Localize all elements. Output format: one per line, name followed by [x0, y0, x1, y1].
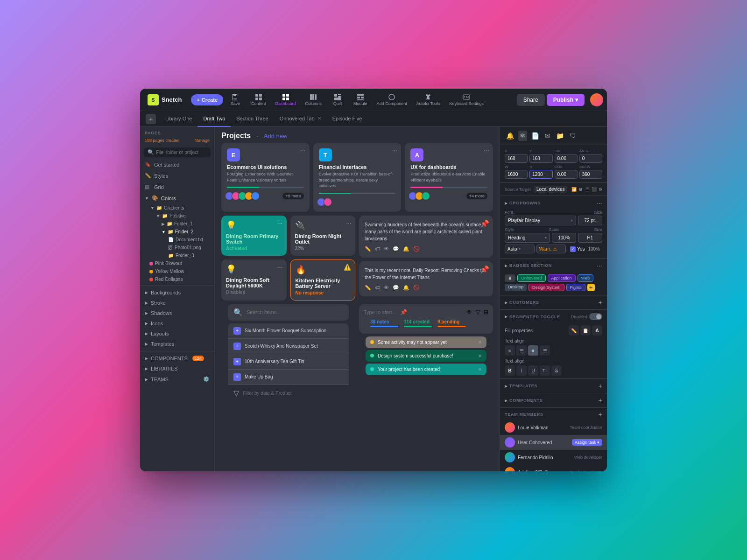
red-collapse-color[interactable]: Red Collapse	[145, 275, 214, 283]
bell-icon[interactable]: 🔔	[403, 285, 409, 291]
sin-input[interactable]	[555, 154, 578, 163]
yellow-mellow-color[interactable]: Yellow Mellow	[145, 267, 214, 275]
quilt-button[interactable]: Quilt	[327, 91, 348, 108]
layers-icon[interactable]: ⚛	[518, 131, 527, 141]
list-item[interactable]: + Make Up Bag	[228, 370, 349, 385]
card-menu-button[interactable]: ···	[277, 263, 283, 271]
list-item[interactable]: + 10th Anniversary Tea Gift Tin	[228, 354, 349, 370]
badge-design-system[interactable]: Design System	[529, 284, 564, 291]
eye-icon[interactable]: 👁	[384, 246, 389, 252]
folder3-item[interactable]: 📁 Folder_3	[163, 252, 214, 259]
search-row[interactable]: 🔍	[228, 304, 349, 321]
checked-field[interactable]: ✓ Yes 100%	[568, 245, 602, 253]
assign-task-button[interactable]: Assign task ▾	[572, 439, 602, 446]
close-notification-button[interactable]: ✕	[478, 353, 482, 358]
badge-figma[interactable]: Figma	[566, 284, 585, 291]
comment-icon[interactable]: 💬	[393, 246, 399, 252]
sidebar-item-components[interactable]: ▶ COMPONENTS 124	[140, 353, 214, 364]
font-size-field[interactable]: 72 pt.	[578, 216, 602, 225]
add-component-panel-button[interactable]: +	[599, 397, 602, 404]
settings-icon[interactable]: ⚙️	[203, 376, 210, 382]
save-button[interactable]: Save	[225, 91, 246, 108]
share-button[interactable]: Share	[517, 94, 545, 106]
sidebar-item-grid[interactable]: ▦ Grid	[140, 182, 214, 193]
customers-section-header[interactable]: ▶ CUSTOMERS +	[500, 295, 607, 309]
badge-application[interactable]: Application	[548, 274, 576, 282]
add-tab-button[interactable]: +	[146, 114, 156, 124]
close-tab-icon[interactable]: ✕	[317, 116, 321, 121]
badge-desktop[interactable]: Desktop	[505, 284, 527, 291]
edit-icon[interactable]: ✏️	[365, 285, 371, 291]
user-avatar[interactable]	[590, 93, 603, 106]
eye-icon[interactable]: 👁	[384, 285, 389, 291]
edit-icon-btn[interactable]: ✏️	[569, 325, 579, 336]
more-tag-0[interactable]: +8 more	[282, 193, 303, 199]
cos-input[interactable]	[555, 170, 578, 179]
toggle-switch[interactable]	[589, 313, 602, 320]
tag-icon[interactable]: 🏷	[375, 285, 380, 291]
badge-screen[interactable]: 🖥	[505, 274, 515, 282]
bell-icon[interactable]: 🔔	[403, 246, 409, 252]
sidebar-item-templates[interactable]: ▶ Templates	[140, 339, 214, 349]
text-icon-btn[interactable]: A	[592, 325, 602, 336]
list-item[interactable]: + Six Month Flower Bouquet Subscription	[228, 323, 349, 339]
tab-episode-five[interactable]: Episode Five	[327, 111, 368, 127]
mail-icon[interactable]: ✉	[543, 131, 552, 141]
strikethrough-button[interactable]: S	[551, 365, 562, 376]
folder1-item[interactable]: ▶ 📁 Folder_1	[157, 220, 214, 228]
align-center-btn[interactable]: ☰	[516, 345, 527, 356]
scale-field[interactable]: 100%	[552, 233, 576, 243]
add-new-button[interactable]: Add new	[264, 133, 288, 140]
badges-section-header[interactable]: ▶ BADGES SECTION ···	[500, 259, 607, 273]
bell-icon[interactable]: 🔔	[505, 131, 515, 141]
italic-button[interactable]: I	[516, 365, 527, 376]
more-tag-2[interactable]: +4 more	[466, 193, 487, 199]
skew-input[interactable]	[579, 170, 602, 179]
sidebar-item-styles[interactable]: ✏️ Styles	[140, 170, 214, 182]
add-template-button[interactable]: +	[599, 382, 602, 390]
tablet-icon[interactable]: ⬛	[592, 187, 597, 192]
list-item[interactable]: + Scotch Whisky And Newspaper Set	[228, 339, 349, 354]
phone-icon[interactable]: 📱	[585, 187, 590, 192]
y-input[interactable]	[529, 154, 552, 163]
sidebar-item-stroke[interactable]: ▶ Stroke	[140, 298, 214, 308]
badge-web[interactable]: Web	[578, 274, 593, 282]
angle-input[interactable]	[579, 154, 602, 163]
folder2-item[interactable]: ▼ 📁 Folder_2	[157, 228, 214, 236]
style-dropdown[interactable]: Heading ▾	[505, 233, 550, 243]
columns-button[interactable]: Columns	[302, 91, 326, 108]
manage-link[interactable]: Manage	[194, 138, 210, 143]
mode-dropdown[interactable]: Auto ▾	[505, 245, 535, 253]
autofix-button[interactable]: Autofix Tools	[413, 91, 444, 108]
templates-section-header[interactable]: ▶ TEMPLATES +	[500, 379, 607, 393]
content-button[interactable]: Content	[247, 91, 270, 108]
close-notification-button[interactable]: ✕	[478, 367, 482, 372]
photo-file[interactable]: 🖼 Photo01.png	[163, 244, 214, 252]
copy-icon-btn[interactable]: 📋	[580, 325, 591, 336]
add-member-button[interactable]: +	[599, 411, 602, 418]
wifi-icon[interactable]: 📶	[571, 187, 577, 192]
sidebar-search[interactable]: 🔍	[144, 147, 211, 157]
publish-button[interactable]: Publish ▾	[547, 94, 585, 106]
settings-icon[interactable]: ⚙	[599, 187, 602, 192]
align-right-btn[interactable]: ≡	[528, 345, 538, 356]
create-button[interactable]: + Create	[191, 94, 223, 105]
card-menu-button[interactable]: ···	[346, 219, 352, 227]
tag-icon[interactable]: 🏷	[375, 246, 380, 252]
superscript-button[interactable]: T↑	[540, 365, 550, 376]
status-dropdown[interactable]: Warn. ⚠	[536, 245, 566, 253]
hide-icon[interactable]: 🚫	[413, 285, 420, 291]
bold-button[interactable]: B	[505, 365, 515, 376]
card-menu-button[interactable]: ···	[484, 147, 489, 154]
sidebar-item-shadows[interactable]: ▶ Shadows	[140, 308, 214, 318]
pink-blowout-color[interactable]: Pink Blowout	[145, 259, 214, 267]
hide-icon[interactable]: 🚫	[413, 246, 420, 252]
sidebar-item-libraries[interactable]: ▶ LIBRARIES	[140, 364, 214, 374]
add-customer-button[interactable]: +	[599, 299, 602, 306]
tab-draft-two[interactable]: Draft Two	[197, 111, 231, 127]
section-more-icon[interactable]: ···	[597, 262, 602, 269]
document-file[interactable]: 📄 Document.txt	[163, 236, 214, 244]
card-menu-button[interactable]: ···	[392, 147, 398, 154]
edit-icon[interactable]: ✏️	[365, 246, 371, 252]
positive-folder[interactable]: ▼ 📁 Positive	[151, 212, 214, 220]
